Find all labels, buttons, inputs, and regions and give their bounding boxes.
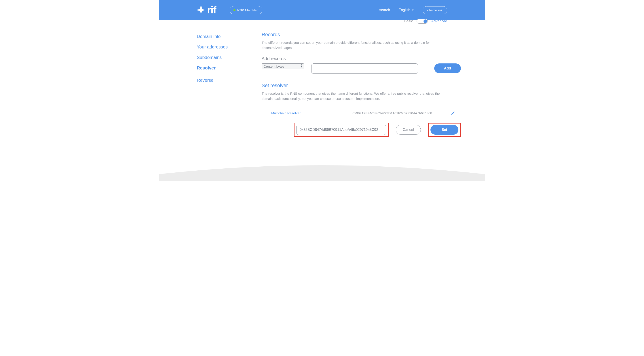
chevron-down-icon: ▼: [412, 9, 414, 11]
svg-rect-9: [200, 8, 202, 12]
toggle-knob-icon: [424, 19, 427, 23]
resolver-name: Multichain Resolver: [271, 111, 334, 115]
rif-logo-icon: [197, 6, 205, 14]
network-label: RSK MainNet: [237, 8, 258, 12]
sidebar-item-reverse[interactable]: Reverse: [197, 78, 262, 83]
resolver-address-input[interactable]: [296, 125, 386, 135]
svg-rect-3: [198, 9, 198, 11]
logo-text: rif: [207, 4, 216, 16]
records-description: The different records you can set on you…: [262, 40, 447, 50]
record-type-select[interactable]: Content bytes: [262, 63, 304, 69]
set-resolver-title: Set resolver: [262, 83, 461, 88]
sidebar-item-subdomains[interactable]: Subdomains: [197, 55, 262, 60]
highlight-set-button: Set: [428, 123, 461, 137]
user-domain-badge[interactable]: charlie.rsk: [422, 6, 447, 14]
search-link[interactable]: search: [379, 8, 390, 12]
record-value-input[interactable]: [311, 63, 418, 74]
current-resolver-row: Multichain Resolver 0x99a12Be4C89CbF6cfD…: [262, 107, 461, 119]
resolver-address: 0x99a12Be4C89CbF6cfD11d1F2c029904A7b6443…: [334, 111, 451, 115]
sidebar-item-resolver[interactable]: Resolver: [197, 65, 216, 72]
add-button[interactable]: Add: [434, 63, 461, 73]
svg-rect-7: [204, 9, 205, 11]
add-records-label: Add records: [262, 56, 461, 61]
svg-rect-5: [200, 14, 202, 14]
svg-rect-2: [197, 9, 198, 11]
cancel-button[interactable]: Cancel: [396, 125, 421, 135]
svg-rect-6: [204, 9, 204, 11]
sidebar: Domain info Your addresses Subdomains Re…: [197, 31, 262, 137]
mode-toggle-row: Basic Advanced: [404, 19, 447, 24]
svg-rect-0: [200, 6, 202, 6]
highlight-resolver-input: [294, 123, 389, 137]
edit-icon[interactable]: [451, 111, 455, 115]
status-dot-icon: [234, 9, 236, 11]
svg-rect-1: [200, 7, 202, 7]
mode-toggle[interactable]: [416, 19, 428, 24]
set-resolver-description: The resolver is the RNS component that g…: [262, 91, 447, 101]
svg-rect-4: [200, 12, 202, 13]
header: rif RSK MainNet search English ▼ charlie…: [159, 0, 485, 20]
language-selector[interactable]: English ▼: [398, 8, 414, 12]
records-title: Records: [262, 32, 461, 37]
language-label: English: [398, 8, 410, 12]
mode-basic-label: Basic: [404, 19, 413, 23]
footer-decoration: [159, 163, 485, 181]
sidebar-item-your-addresses[interactable]: Your addresses: [197, 44, 262, 50]
mode-advanced-label: Advanced: [431, 19, 447, 23]
network-selector[interactable]: RSK MainNet: [230, 6, 262, 14]
set-button[interactable]: Set: [430, 125, 458, 135]
sidebar-item-domain-info[interactable]: Domain info: [197, 34, 262, 39]
logo[interactable]: rif: [197, 4, 216, 16]
